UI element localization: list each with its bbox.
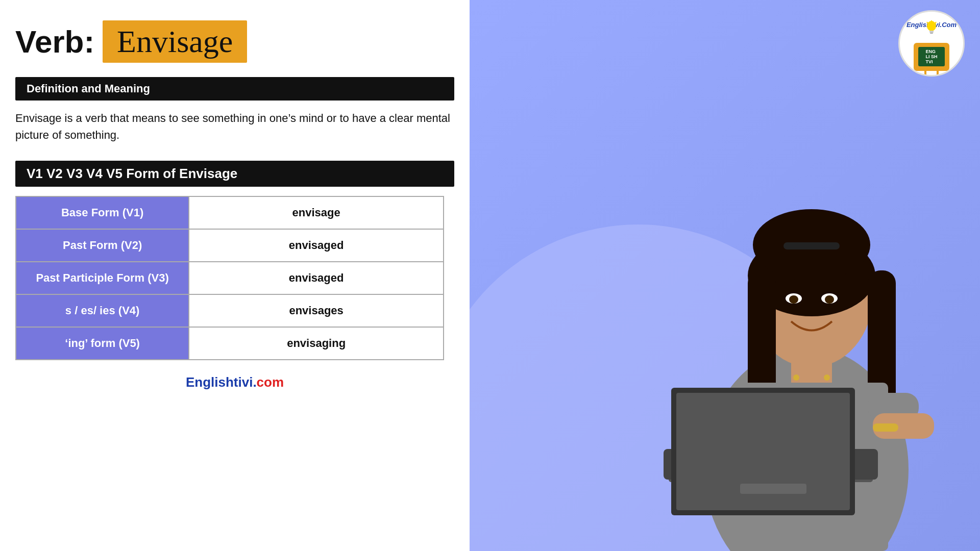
svg-rect-12 bbox=[783, 242, 840, 249]
logo-tv-screen: ENGLI SHTVI bbox=[918, 47, 945, 66]
verb-word-box: Envisage bbox=[103, 20, 247, 63]
person-illustration bbox=[633, 153, 980, 551]
table-cell-value: envisaged bbox=[189, 229, 444, 262]
definition-header: Definition and Meaning bbox=[15, 77, 454, 101]
footer-brand-blue: Englishtivi. bbox=[186, 374, 257, 390]
table-cell-label: Base Form (V1) bbox=[16, 196, 189, 229]
table-cell-value: envisaging bbox=[189, 327, 444, 360]
logo-tv-leg-right bbox=[937, 71, 939, 75]
left-panel: Verb: Envisage Definition and Meaning En… bbox=[0, 0, 470, 551]
logo-circle: Englishtivi.Com ENGLI SHT bbox=[898, 10, 965, 77]
svg-line-4 bbox=[927, 22, 928, 23]
svg-point-29 bbox=[793, 374, 799, 381]
table-cell-value: envisaged bbox=[189, 262, 444, 294]
svg-rect-27 bbox=[740, 484, 806, 494]
right-panel: Englishtivi.Com ENGLI SHT bbox=[470, 0, 980, 551]
table-cell-label: ‘ing’ form (V5) bbox=[16, 327, 189, 360]
svg-point-0 bbox=[927, 21, 936, 31]
svg-point-30 bbox=[824, 374, 830, 381]
logo-tv-leg-left bbox=[924, 71, 926, 75]
table-cell-label: Past Form (V2) bbox=[16, 229, 189, 262]
definition-title: Definition and Meaning bbox=[27, 82, 150, 95]
table-row: ‘ing’ form (V5)envisaging bbox=[16, 327, 444, 360]
table-cell-label: Past Participle Form (V3) bbox=[16, 262, 189, 294]
svg-rect-2 bbox=[930, 33, 933, 34]
svg-line-5 bbox=[935, 22, 936, 23]
svg-point-16 bbox=[825, 295, 834, 304]
table-cell-value: envisages bbox=[189, 294, 444, 327]
footer-brand-red: com bbox=[257, 374, 284, 390]
table-row: Base Form (V1)envisage bbox=[16, 196, 444, 229]
bulb-icon bbox=[926, 20, 937, 35]
verb-word: Envisage bbox=[117, 24, 233, 59]
logo-container: Englishtivi.Com ENGLI SHT bbox=[898, 10, 965, 77]
table-cell-label: s / es/ ies (V4) bbox=[16, 294, 189, 327]
verb-title-section: Verb: Envisage bbox=[15, 20, 454, 63]
logo-tv: ENGLI SHTVI bbox=[914, 43, 949, 71]
svg-rect-28 bbox=[873, 423, 898, 432]
verb-forms-table: Base Form (V1)envisagePast Form (V2)envi… bbox=[15, 196, 444, 360]
table-cell-value: envisage bbox=[189, 196, 444, 229]
forms-header: V1 V2 V3 V4 V5 Form of Envisage bbox=[15, 161, 454, 187]
svg-point-15 bbox=[789, 295, 798, 304]
definition-body: Envisage is a verb that means to see som… bbox=[15, 110, 454, 143]
logo-tv-text: ENGLI SHTVI bbox=[925, 49, 937, 64]
logo-tv-legs bbox=[924, 71, 939, 75]
verb-label: Verb: bbox=[15, 23, 94, 60]
table-row: Past Form (V2)envisaged bbox=[16, 229, 444, 262]
table-row: Past Participle Form (V3)envisaged bbox=[16, 262, 444, 294]
svg-rect-1 bbox=[929, 31, 934, 33]
footer-brand: Englishtivi.com bbox=[15, 374, 454, 390]
forms-title: V1 V2 V3 V4 V5 Form of Envisage bbox=[27, 166, 237, 181]
person-svg bbox=[633, 153, 980, 551]
table-row: s / es/ ies (V4)envisages bbox=[16, 294, 444, 327]
